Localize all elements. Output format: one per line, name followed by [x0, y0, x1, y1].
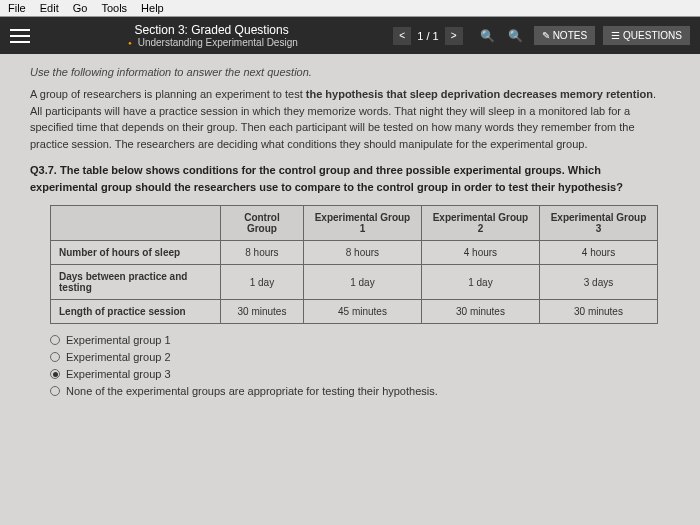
zoom-in-icon[interactable]: 🔍 [506, 26, 526, 46]
option-b[interactable]: Experimental group 2 [50, 351, 670, 363]
menu-go[interactable]: Go [73, 2, 88, 14]
header-center: Section 3: Graded Questions Understandin… [45, 23, 378, 48]
menu-tools[interactable]: Tools [101, 2, 127, 14]
section-title: Section 3: Graded Questions [45, 23, 378, 37]
window-menu: File Edit Go Tools Help [0, 0, 700, 17]
conditions-table: Control Group Experimental Group 1 Exper… [50, 205, 658, 324]
passage-text: A group of researchers is planning an ex… [30, 86, 670, 152]
table-row: Length of practice session 30 minutes 45… [51, 300, 658, 324]
header-right: 🔍 🔍 ✎ NOTES ☰ QUESTIONS [478, 26, 690, 46]
answer-options: Experimental group 1 Experimental group … [50, 334, 670, 397]
page-indicator: 1 / 1 [417, 30, 438, 42]
table-header-row: Control Group Experimental Group 1 Exper… [51, 206, 658, 241]
prev-button[interactable]: < [393, 27, 411, 45]
content-area: Use the following information to answer … [0, 54, 700, 525]
section-subtitle: Understanding Experimental Design [45, 37, 378, 48]
menu-help[interactable]: Help [141, 2, 164, 14]
app-header: Section 3: Graded Questions Understandin… [0, 17, 700, 54]
question-text: Q3.7. The table below shows conditions f… [30, 162, 670, 195]
radio-icon [50, 335, 60, 345]
notes-button[interactable]: ✎ NOTES [534, 26, 595, 45]
hamburger-icon[interactable] [10, 29, 30, 43]
menu-file[interactable]: File [8, 2, 26, 14]
zoom-out-icon[interactable]: 🔍 [478, 26, 498, 46]
page-nav: < 1 / 1 > [393, 27, 462, 45]
next-button[interactable]: > [445, 27, 463, 45]
radio-icon [50, 386, 60, 396]
menu-edit[interactable]: Edit [40, 2, 59, 14]
option-a[interactable]: Experimental group 1 [50, 334, 670, 346]
table-row: Days between practice and testing 1 day … [51, 265, 658, 300]
option-d[interactable]: None of the experimental groups are appr… [50, 385, 670, 397]
table-row: Number of hours of sleep 8 hours 8 hours… [51, 241, 658, 265]
radio-icon [50, 369, 60, 379]
radio-icon [50, 352, 60, 362]
instruction-text: Use the following information to answer … [30, 66, 670, 78]
option-c[interactable]: Experimental group 3 [50, 368, 670, 380]
questions-button[interactable]: ☰ QUESTIONS [603, 26, 690, 45]
